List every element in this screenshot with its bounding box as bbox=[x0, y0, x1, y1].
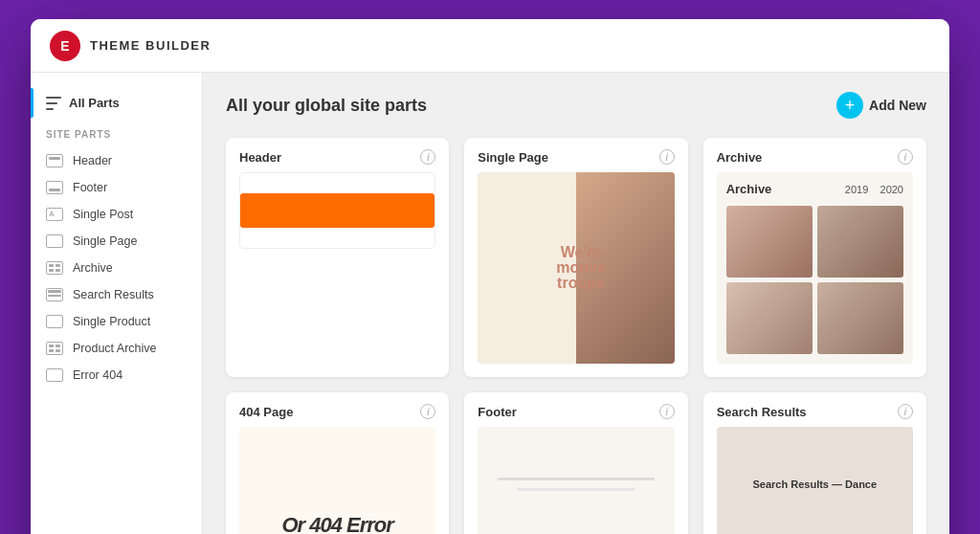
archive-img-3 bbox=[726, 282, 813, 354]
card-header-row: Header i bbox=[226, 138, 449, 172]
sidebar-item-error-404[interactable]: Error 404 bbox=[31, 362, 202, 389]
sidebar-item-single-page-label: Single Page bbox=[73, 234, 137, 248]
app-window: E THEME BUILDER All Parts SITE PARTS Hea… bbox=[31, 19, 949, 534]
single-product-icon bbox=[46, 315, 63, 328]
sidebar-item-archive[interactable]: Archive bbox=[31, 255, 202, 281]
header-orange-bar bbox=[240, 193, 434, 228]
archive-years: 2019 2020 bbox=[845, 184, 903, 195]
card-preview-404: Or 404 Error bbox=[239, 427, 435, 534]
cards-grid: Header i Single Page i bbox=[226, 138, 926, 534]
content-header: All your global site parts + Add New bbox=[226, 92, 926, 119]
sidebar-item-error-404-label: Error 404 bbox=[73, 368, 122, 382]
card-info-icon-footer[interactable]: i bbox=[659, 404, 675, 419]
card-archive[interactable]: Archive i Archive 2019 2020 bbox=[703, 138, 926, 377]
sidebar-item-footer[interactable]: Footer bbox=[31, 174, 202, 201]
card-single-page[interactable]: Single Page i We'remouvetroupe bbox=[464, 138, 687, 377]
product-archive-icon bbox=[46, 342, 63, 355]
card-footer[interactable]: Footer i bbox=[464, 392, 687, 534]
sidebar: All Parts SITE PARTS Header Footer Singl… bbox=[31, 73, 203, 534]
error-text: Or 404 Error bbox=[281, 513, 392, 534]
header-page-icon bbox=[46, 154, 63, 167]
content-area: All your global site parts + Add New Hea… bbox=[203, 73, 949, 534]
add-new-button[interactable]: + Add New bbox=[836, 92, 926, 119]
sidebar-item-product-archive[interactable]: Product Archive bbox=[31, 335, 202, 362]
sidebar-item-header[interactable]: Header bbox=[31, 147, 202, 174]
footer-preview-inner bbox=[478, 427, 674, 534]
single-page-icon bbox=[46, 234, 63, 248]
sidebar-item-search-results-label: Search Results bbox=[73, 288, 154, 301]
card-header-row-single-page: Single Page i bbox=[464, 138, 687, 172]
card-404[interactable]: 404 Page i Or 404 Error bbox=[226, 392, 449, 534]
page-title: All your global site parts bbox=[226, 96, 427, 116]
filter-icon bbox=[46, 97, 61, 110]
single-post-icon bbox=[46, 208, 63, 221]
add-new-label: Add New bbox=[869, 98, 926, 113]
card-header-row-404: 404 Page i bbox=[226, 392, 449, 427]
card-title-archive: Archive bbox=[717, 150, 763, 165]
search-results-preview-inner: Search Results — Dance bbox=[717, 427, 913, 534]
sidebar-section-label: SITE PARTS bbox=[31, 129, 202, 140]
app-title: THEME BUILDER bbox=[90, 38, 211, 53]
archive-label: Archive bbox=[726, 182, 772, 196]
card-header-row-archive: Archive i bbox=[703, 138, 926, 172]
card-preview-single-page: We'remouvetroupe bbox=[478, 172, 674, 364]
top-bar: E THEME BUILDER bbox=[31, 19, 949, 73]
card-title-single-page: Single Page bbox=[478, 150, 548, 165]
card-info-icon-archive[interactable]: i bbox=[898, 149, 913, 165]
footer-line-1 bbox=[498, 478, 655, 480]
sidebar-item-archive-label: Archive bbox=[73, 261, 113, 275]
archive-img-2 bbox=[817, 206, 903, 278]
card-info-icon-single-page[interactable]: i bbox=[659, 149, 675, 165]
card-header-row-footer: Footer i bbox=[464, 392, 687, 427]
search-results-preview-text: Search Results — Dance bbox=[753, 478, 878, 490]
error-preview: Or 404 Error bbox=[239, 427, 435, 534]
card-preview-archive: Archive 2019 2020 bbox=[717, 172, 913, 364]
all-parts-label: All Parts bbox=[69, 96, 120, 110]
search-results-icon bbox=[46, 288, 63, 301]
sidebar-item-single-product[interactable]: Single Product bbox=[31, 308, 202, 335]
card-title-search-results: Search Results bbox=[717, 405, 807, 419]
sidebar-item-search-results[interactable]: Search Results bbox=[31, 281, 202, 308]
sidebar-item-single-post-label: Single Post bbox=[73, 208, 133, 221]
sidebar-item-header-label: Header bbox=[73, 154, 112, 167]
card-info-icon-search-results[interactable]: i bbox=[898, 404, 913, 419]
card-preview-footer bbox=[478, 427, 674, 534]
sidebar-item-single-product-label: Single Product bbox=[73, 315, 150, 328]
footer-page-icon bbox=[46, 181, 63, 194]
error-404-icon bbox=[46, 368, 63, 382]
logo-icon: E bbox=[50, 31, 80, 61]
sidebar-item-single-page[interactable]: Single Page bbox=[31, 228, 202, 255]
card-title-404: 404 Page bbox=[239, 405, 293, 419]
card-title-footer: Footer bbox=[478, 405, 516, 419]
card-search-results[interactable]: Search Results i Search Results — Dance bbox=[703, 392, 926, 534]
card-header[interactable]: Header i bbox=[226, 138, 449, 377]
card-info-icon-header[interactable]: i bbox=[420, 149, 435, 165]
add-new-icon: + bbox=[836, 92, 863, 119]
single-page-text: We'remouvetroupe bbox=[546, 245, 606, 291]
card-header-row-search-results: Search Results i bbox=[703, 392, 926, 427]
sidebar-item-footer-label: Footer bbox=[73, 181, 107, 194]
sidebar-item-product-archive-label: Product Archive bbox=[73, 342, 157, 355]
sidebar-all-parts[interactable]: All Parts bbox=[31, 88, 202, 118]
card-preview-header bbox=[239, 172, 435, 249]
card-preview-search-results: Search Results — Dance bbox=[717, 427, 913, 534]
card-title-header: Header bbox=[239, 150, 281, 165]
sidebar-item-single-post[interactable]: Single Post bbox=[31, 201, 202, 228]
single-page-preview: We'remouvetroupe bbox=[478, 172, 674, 364]
main-layout: All Parts SITE PARTS Header Footer Singl… bbox=[31, 73, 949, 534]
archive-img-4 bbox=[817, 282, 903, 354]
card-info-icon-404[interactable]: i bbox=[420, 404, 435, 419]
archive-img-1 bbox=[726, 206, 813, 278]
archive-icon bbox=[46, 261, 63, 275]
footer-line-2 bbox=[517, 488, 635, 491]
